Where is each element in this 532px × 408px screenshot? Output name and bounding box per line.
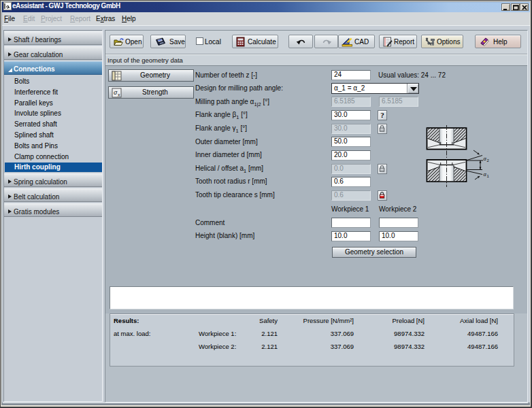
svg-text:x: x xyxy=(118,92,120,97)
